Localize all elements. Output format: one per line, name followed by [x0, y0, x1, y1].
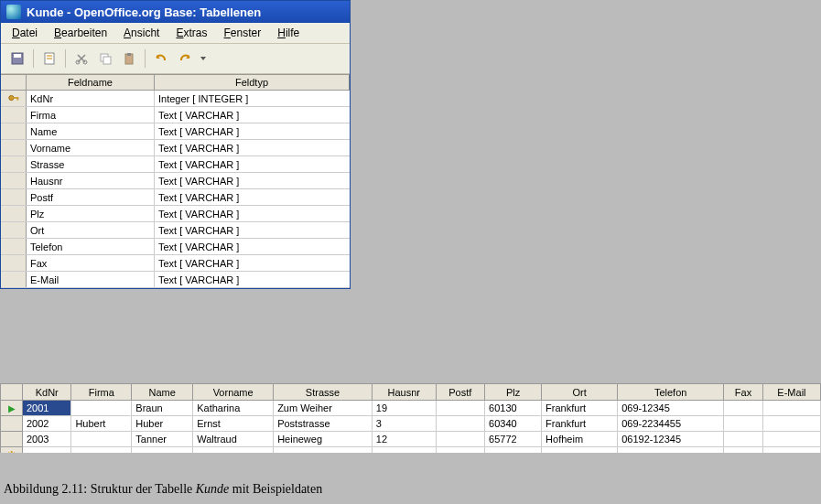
data-cell[interactable]: Tanner: [132, 432, 193, 447]
field-name-cell[interactable]: Fax: [27, 255, 155, 271]
field-type-cell[interactable]: Text [ VARCHAR ]: [155, 189, 350, 205]
data-column-header[interactable]: Telefon: [618, 384, 724, 401]
menu-fenster[interactable]: Fenster: [217, 25, 269, 41]
data-column-header[interactable]: Postf: [436, 384, 484, 401]
data-cell[interactable]: Huber: [132, 416, 193, 432]
row-selector[interactable]: [1, 189, 27, 205]
row-selector[interactable]: [1, 91, 27, 106]
data-cell[interactable]: Heineweg: [274, 432, 373, 447]
design-row[interactable]: OrtText [ VARCHAR ]: [1, 222, 350, 239]
design-row[interactable]: StrasseText [ VARCHAR ]: [1, 156, 350, 173]
row-selector[interactable]: [1, 156, 27, 172]
field-type-cell[interactable]: Text [ VARCHAR ]: [155, 173, 350, 188]
data-column-header[interactable]: Ort: [542, 384, 618, 401]
row-selector-header[interactable]: [1, 75, 27, 90]
paste-button[interactable]: [118, 48, 140, 70]
data-cell[interactable]: 3: [372, 416, 436, 432]
row-selector[interactable]: [1, 173, 27, 188]
design-row[interactable]: KdNrInteger [ INTEGER ]: [1, 91, 350, 107]
copy-button[interactable]: [94, 48, 116, 70]
field-name-cell[interactable]: Hausnr: [27, 173, 155, 188]
titlebar[interactable]: Kunde - OpenOffice.org Base: Tabellenen: [1, 1, 350, 23]
data-cell[interactable]: Zum Weiher: [274, 401, 373, 416]
design-row[interactable]: E-MailText [ VARCHAR ]: [1, 272, 350, 288]
data-cell[interactable]: [436, 416, 484, 432]
row-selector[interactable]: [1, 239, 27, 254]
field-name-cell[interactable]: Plz: [27, 206, 155, 221]
redo-button[interactable]: [174, 48, 196, 70]
data-cell[interactable]: Poststrasse: [274, 416, 373, 432]
data-cell[interactable]: [762, 432, 820, 447]
field-type-cell[interactable]: Text [ VARCHAR ]: [155, 206, 350, 221]
data-cell[interactable]: 65772: [485, 432, 542, 447]
field-type-cell[interactable]: Text [ VARCHAR ]: [155, 107, 350, 123]
data-cell[interactable]: 2001: [23, 401, 71, 416]
field-name-cell[interactable]: Strasse: [27, 156, 155, 172]
field-type-cell[interactable]: Text [ VARCHAR ]: [155, 140, 350, 155]
data-cell[interactable]: Frankfurt: [542, 401, 618, 416]
data-cell[interactable]: Hubert: [71, 416, 132, 432]
row-selector[interactable]: [1, 140, 27, 155]
data-cell[interactable]: 069-2234455: [618, 416, 724, 432]
design-row[interactable]: PostfText [ VARCHAR ]: [1, 189, 350, 206]
data-cell[interactable]: [436, 432, 484, 447]
field-type-cell[interactable]: Text [ VARCHAR ]: [155, 239, 350, 254]
data-cell[interactable]: 2002: [23, 416, 71, 432]
field-type-cell[interactable]: Text [ VARCHAR ]: [155, 222, 350, 238]
data-cell[interactable]: Frankfurt: [542, 416, 618, 432]
field-type-cell[interactable]: Text [ VARCHAR ]: [155, 123, 350, 139]
data-cell[interactable]: [436, 401, 484, 416]
data-cell[interactable]: 2003: [23, 432, 71, 447]
field-name-cell[interactable]: E-Mail: [27, 272, 155, 287]
menu-ansicht[interactable]: Ansicht: [116, 25, 167, 41]
data-cell[interactable]: Waltraud: [193, 432, 274, 447]
row-selector[interactable]: [1, 255, 27, 271]
data-cell[interactable]: [724, 401, 763, 416]
header-fieldtype[interactable]: Feldtyp: [155, 75, 350, 90]
row-selector[interactable]: [1, 222, 27, 238]
save-button[interactable]: [6, 48, 28, 70]
cut-button[interactable]: [70, 48, 92, 70]
menu-bearbeiten[interactable]: Bearbeiten: [47, 25, 114, 41]
data-column-header[interactable]: Vorname: [193, 384, 274, 401]
design-row[interactable]: TelefonText [ VARCHAR ]: [1, 239, 350, 255]
data-row-selector[interactable]: [1, 432, 23, 447]
data-cell[interactable]: [762, 401, 820, 416]
field-name-cell[interactable]: Telefon: [27, 239, 155, 254]
data-row[interactable]: 2003TannerWaltraudHeineweg1265772Hofheim…: [1, 432, 821, 447]
data-row-selector[interactable]: [1, 416, 23, 432]
data-cell[interactable]: Ernst: [193, 416, 274, 432]
data-row[interactable]: 2002HubertHuberErnstPoststrasse360340Fra…: [1, 416, 821, 432]
data-cell[interactable]: Hofheim: [542, 432, 618, 447]
data-row-selector[interactable]: ▶: [1, 401, 23, 416]
data-cell[interactable]: Katharina: [193, 401, 274, 416]
field-name-cell[interactable]: Ort: [27, 222, 155, 238]
data-column-header[interactable]: Hausnr: [372, 384, 436, 401]
data-column-header[interactable]: Strasse: [274, 384, 373, 401]
data-column-header[interactable]: Firma: [71, 384, 132, 401]
data-cell[interactable]: 60130: [485, 401, 542, 416]
menu-extras[interactable]: Extras: [168, 25, 214, 41]
menu-datei[interactable]: Datei: [5, 25, 45, 41]
data-cell[interactable]: 06192-12345: [618, 432, 724, 447]
edit-button[interactable]: [38, 48, 60, 70]
data-cell[interactable]: 069-12345: [618, 401, 724, 416]
toolbar-dropdown[interactable]: [198, 48, 209, 70]
data-row[interactable]: ▶2001BraunKatharinaZum Weiher1960130Fran…: [1, 401, 821, 416]
data-cell[interactable]: [71, 401, 132, 416]
field-type-cell[interactable]: Integer [ INTEGER ]: [155, 91, 350, 106]
data-cell[interactable]: 60340: [485, 416, 542, 432]
field-name-cell[interactable]: Postf: [27, 189, 155, 205]
data-column-header[interactable]: E-Mail: [762, 384, 820, 401]
field-name-cell[interactable]: Vorname: [27, 140, 155, 155]
field-type-cell[interactable]: Text [ VARCHAR ]: [155, 255, 350, 271]
data-cell[interactable]: Braun: [132, 401, 193, 416]
design-row[interactable]: VornameText [ VARCHAR ]: [1, 140, 350, 156]
design-row[interactable]: PlzText [ VARCHAR ]: [1, 206, 350, 222]
data-cell[interactable]: 12: [372, 432, 436, 447]
row-selector[interactable]: [1, 206, 27, 221]
data-column-header[interactable]: Name: [132, 384, 193, 401]
row-selector[interactable]: [1, 272, 27, 287]
header-fieldname[interactable]: Feldname: [27, 75, 155, 90]
row-selector[interactable]: [1, 123, 27, 139]
